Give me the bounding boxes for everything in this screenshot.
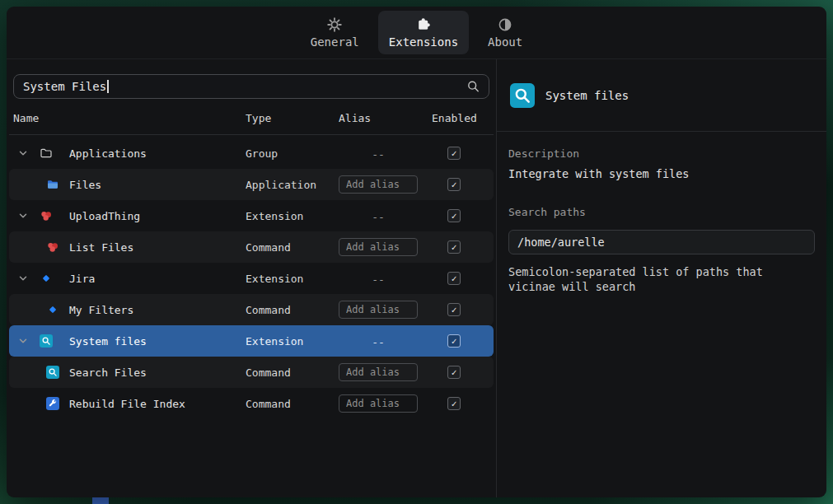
enabled-cell: ✓ — [432, 209, 494, 222]
name-cell: UploadThing — [13, 209, 246, 222]
settings-window: General Extensions — [7, 7, 826, 497]
check-icon: ✓ — [452, 180, 457, 189]
table-header: Name Type Alias Enabled — [9, 102, 494, 135]
half-moon-icon — [497, 16, 513, 33]
extension-type: Extension — [246, 335, 339, 348]
check-icon: ✓ — [452, 337, 457, 346]
files-icon — [46, 178, 59, 191]
extension-type: Extension — [246, 273, 339, 285]
tab-bar: General Extensions — [7, 7, 826, 59]
name-cell: System files — [13, 334, 246, 348]
alias-input[interactable] — [339, 301, 418, 319]
extension-name: Rebuild File Index — [69, 398, 185, 410]
alias-cell: -- — [339, 208, 432, 224]
enabled-cell: ✓ — [432, 397, 494, 410]
check-icon: ✓ — [452, 368, 457, 377]
alias-cell — [339, 394, 432, 413]
search-paths-label: Search paths — [508, 206, 815, 218]
search-icon — [466, 80, 480, 94]
extension-name: My Filters — [69, 304, 133, 316]
gear-icon — [326, 16, 343, 33]
chevron-down-icon[interactable] — [18, 211, 28, 221]
tab-extensions[interactable]: Extensions — [378, 11, 469, 54]
jira-icon — [40, 272, 53, 285]
extensions-table-body: ApplicationsGroup--✓FilesApplication✓Upl… — [7, 135, 496, 419]
tab-general[interactable]: General — [300, 11, 370, 54]
chevron-down-icon[interactable] — [18, 336, 28, 346]
name-cell: Jira — [13, 272, 246, 285]
enabled-checkbox[interactable]: ✓ — [447, 178, 461, 191]
extension-row[interactable]: ApplicationsGroup--✓ — [9, 138, 494, 169]
search-files-icon — [46, 366, 59, 379]
alias-input[interactable] — [339, 394, 418, 413]
extension-type: Application — [246, 179, 339, 191]
extension-row[interactable]: My FiltersCommand✓ — [9, 294, 494, 325]
tab-extensions-label: Extensions — [389, 35, 458, 49]
enabled-checkbox[interactable]: ✓ — [447, 240, 461, 254]
chevron-down-icon[interactable] — [18, 273, 28, 283]
text-caret — [107, 80, 109, 93]
enabled-checkbox[interactable]: ✓ — [447, 147, 461, 160]
enabled-checkbox[interactable]: ✓ — [447, 397, 461, 410]
extension-row[interactable]: Rebuild File IndexCommand✓ — [9, 388, 494, 419]
search-paths-input[interactable] — [508, 230, 815, 254]
extension-row[interactable]: UploadThingExtension--✓ — [9, 200, 494, 231]
enabled-cell: ✓ — [432, 240, 494, 254]
rebuild-index-icon — [46, 397, 59, 410]
extension-row[interactable]: List FilesCommand✓ — [9, 231, 494, 263]
extension-row[interactable]: FilesApplication✓ — [9, 169, 494, 200]
extension-type: Command — [246, 366, 339, 379]
enabled-checkbox[interactable]: ✓ — [447, 366, 461, 379]
system-files-icon — [40, 334, 53, 348]
alias-input[interactable] — [339, 175, 418, 194]
name-cell: Applications — [13, 147, 246, 160]
enabled-checkbox[interactable]: ✓ — [447, 303, 461, 316]
uploadthing-icon — [40, 209, 53, 222]
tab-about[interactable]: About — [477, 11, 533, 54]
check-icon: ✓ — [452, 212, 457, 221]
alias-cell: -- — [339, 334, 432, 349]
check-icon: ✓ — [452, 243, 457, 252]
name-cell: Rebuild File Index — [13, 397, 246, 410]
enabled-checkbox[interactable]: ✓ — [447, 334, 461, 348]
extension-type: Command — [246, 304, 339, 316]
alias-cell — [339, 175, 432, 194]
detail-header: System files — [497, 59, 826, 132]
jira-icon — [46, 303, 59, 316]
enabled-cell: ✓ — [432, 366, 494, 379]
column-header-alias: Alias — [339, 112, 432, 124]
extension-row[interactable]: System filesExtension--✓ — [9, 325, 494, 357]
description-label: Description — [508, 147, 815, 160]
name-cell: Files — [13, 178, 246, 191]
alias-input[interactable] — [339, 363, 418, 381]
search-input[interactable]: System Files — [13, 74, 489, 99]
extension-type: Command — [246, 241, 339, 254]
enabled-checkbox[interactable]: ✓ — [447, 272, 461, 285]
enabled-checkbox[interactable]: ✓ — [447, 209, 461, 222]
extension-name: Applications — [69, 147, 147, 160]
column-header-name: Name — [13, 112, 246, 124]
puzzle-icon — [415, 16, 432, 33]
settings-content: System Files Name Type Alias Enabled — [7, 59, 826, 497]
alias-cell — [339, 363, 432, 381]
name-cell: Search Files — [13, 366, 246, 379]
desktop-background: General Extensions — [0, 0, 833, 504]
no-alias-indicator: -- — [339, 336, 418, 348]
no-alias-indicator: -- — [339, 211, 418, 223]
column-header-type: Type — [246, 112, 339, 124]
extension-name: List Files — [69, 241, 133, 254]
name-cell: List Files — [13, 240, 246, 254]
extension-type: Command — [246, 398, 339, 410]
check-icon: ✓ — [452, 399, 457, 408]
extensions-list-panel: System Files Name Type Alias Enabled — [7, 59, 497, 497]
extension-row[interactable]: JiraExtension--✓ — [9, 263, 494, 294]
extension-detail-panel: System files Description Integrate with … — [497, 59, 826, 497]
chevron-down-icon[interactable] — [18, 148, 28, 158]
enabled-cell: ✓ — [432, 178, 494, 191]
tab-general-label: General — [311, 35, 359, 49]
alias-input[interactable] — [339, 238, 418, 256]
description-value: Integrate with system files — [508, 167, 815, 180]
enabled-cell: ✓ — [432, 334, 494, 348]
extension-row[interactable]: Search FilesCommand✓ — [9, 357, 494, 388]
extension-type: Extension — [246, 210, 339, 222]
